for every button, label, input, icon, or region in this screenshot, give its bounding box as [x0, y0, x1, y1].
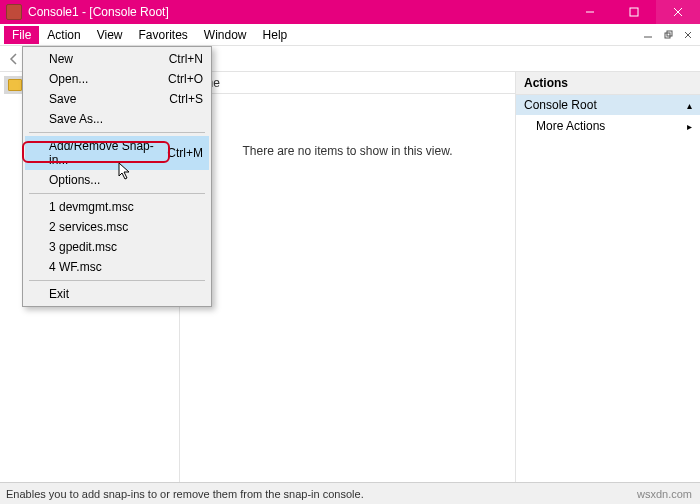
mdi-minimize-button[interactable] [640, 28, 656, 42]
mmc-app-icon [6, 4, 22, 20]
mdi-restore-button[interactable] [660, 28, 676, 42]
file-menu-dropdown: New Ctrl+N Open... Ctrl+O Save Ctrl+S Sa… [22, 46, 212, 307]
menu-item-label: Options... [49, 173, 100, 187]
menu-item-shortcut: Ctrl+N [157, 52, 203, 66]
menu-item-options[interactable]: Options... [25, 170, 209, 190]
menu-item-label: New [49, 52, 73, 66]
close-button[interactable] [656, 0, 700, 24]
menu-item-label: Exit [49, 287, 69, 301]
minimize-icon [585, 7, 595, 17]
menu-item-label: Save [49, 92, 76, 106]
back-button[interactable] [4, 49, 24, 69]
menu-item-add-remove-snapin[interactable]: Add/Remove Snap-in... Ctrl+M [25, 136, 209, 170]
menu-favorites[interactable]: Favorites [131, 26, 196, 44]
menu-help[interactable]: Help [255, 26, 296, 44]
menu-action[interactable]: Action [39, 26, 88, 44]
menubar: File Action View Favorites Window Help [0, 24, 700, 46]
minimize-icon [643, 30, 653, 40]
submenu-arrow-icon: ▸ [687, 121, 692, 132]
minimize-button[interactable] [568, 0, 612, 24]
close-icon [683, 30, 693, 40]
menu-window[interactable]: Window [196, 26, 255, 44]
window-title: Console1 - [Console Root] [28, 5, 568, 19]
restore-icon [663, 30, 673, 40]
actions-section-header[interactable]: Console Root ▴ [516, 95, 700, 115]
menu-item-label: Save As... [49, 112, 103, 126]
menu-separator [29, 193, 205, 194]
mdi-controls [640, 28, 700, 42]
menu-item-label: 2 services.msc [49, 220, 128, 234]
list-empty-text: There are no items to show in this view. [180, 94, 515, 158]
menu-file[interactable]: File [4, 26, 39, 44]
actions-section-label: Console Root [524, 98, 597, 112]
list-pane[interactable]: Name There are no items to show in this … [180, 72, 515, 482]
menu-item-save[interactable]: Save Ctrl+S [25, 89, 209, 109]
menu-separator [29, 132, 205, 133]
list-column-header[interactable]: Name [180, 72, 515, 94]
menu-item-label: 4 WF.msc [49, 260, 102, 274]
menu-item-label: Add/Remove Snap-in... [49, 139, 155, 167]
watermark: wsxdn.com [637, 488, 692, 500]
menu-item-recent-3[interactable]: 3 gpedit.msc [25, 237, 209, 257]
collapse-icon: ▴ [687, 100, 692, 111]
maximize-button[interactable] [612, 0, 656, 24]
arrow-left-icon [7, 52, 21, 66]
titlebar: Console1 - [Console Root] [0, 0, 700, 24]
menu-item-shortcut: Ctrl+M [155, 146, 203, 160]
menu-item-recent-1[interactable]: 1 devmgmt.msc [25, 197, 209, 217]
menu-item-recent-4[interactable]: 4 WF.msc [25, 257, 209, 277]
menu-view[interactable]: View [89, 26, 131, 44]
actions-pane: Actions Console Root ▴ More Actions ▸ [515, 72, 700, 482]
menu-item-new[interactable]: New Ctrl+N [25, 49, 209, 69]
close-icon [673, 7, 683, 17]
statusbar-text: Enables you to add snap-ins to or remove… [6, 488, 364, 500]
menu-item-shortcut: Ctrl+O [156, 72, 203, 86]
menu-separator [29, 280, 205, 281]
actions-more-actions[interactable]: More Actions ▸ [516, 115, 700, 137]
menu-item-label: Open... [49, 72, 88, 86]
menu-item-label: 3 gpedit.msc [49, 240, 117, 254]
statusbar: Enables you to add snap-ins to or remove… [0, 482, 700, 504]
menu-item-label: 1 devmgmt.msc [49, 200, 134, 214]
actions-more-label: More Actions [536, 119, 605, 133]
mdi-close-button[interactable] [680, 28, 696, 42]
menu-item-shortcut: Ctrl+S [157, 92, 203, 106]
folder-icon [8, 79, 22, 91]
svg-rect-1 [630, 8, 638, 16]
menu-item-exit[interactable]: Exit [25, 284, 209, 304]
menu-item-open[interactable]: Open... Ctrl+O [25, 69, 209, 89]
actions-pane-title: Actions [516, 72, 700, 95]
menu-item-recent-2[interactable]: 2 services.msc [25, 217, 209, 237]
maximize-icon [629, 7, 639, 17]
menu-item-save-as[interactable]: Save As... [25, 109, 209, 129]
